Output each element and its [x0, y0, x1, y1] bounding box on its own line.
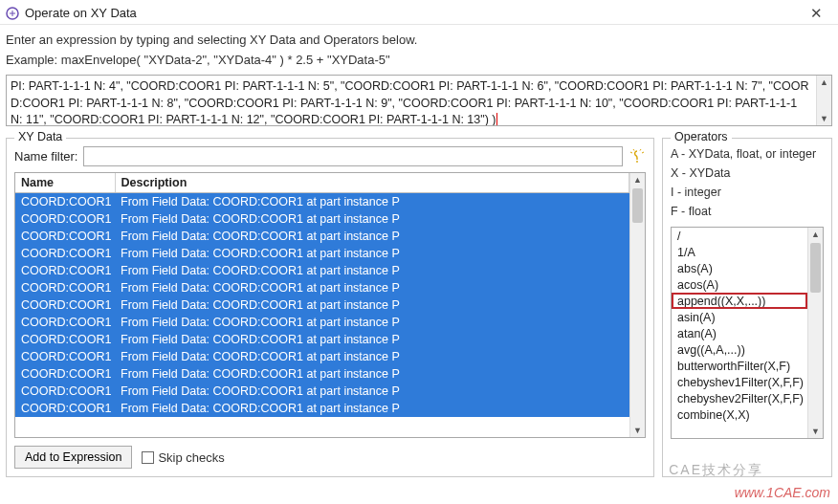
table-row[interactable]: COORD:COOR1From Field Data: COORD:COOR1 … — [15, 400, 629, 417]
table-row[interactable]: COORD:COOR1From Field Data: COORD:COOR1 … — [15, 314, 629, 331]
svg-point-1 — [636, 161, 638, 163]
op-key-i: I - integer — [671, 183, 824, 202]
cell-description: From Field Data: COORD:COOR1 at part ins… — [115, 314, 629, 331]
expression-box[interactable]: PI: PART-1-1-1 N: 4", "COORD:COOR1 PI: P… — [6, 75, 832, 126]
table-row[interactable]: COORD:COOR1From Field Data: COORD:COOR1 … — [15, 348, 629, 365]
cell-name: COORD:COOR1 — [15, 348, 115, 365]
cell-description: From Field Data: COORD:COOR1 at part ins… — [115, 365, 629, 383]
xydata-table-wrap: Name Description COORD:COOR1From Field D… — [14, 172, 646, 438]
watermark-url: www.1CAE.com — [735, 485, 830, 500]
cell-description: From Field Data: COORD:COOR1 at part ins… — [115, 383, 629, 400]
operator-item[interactable]: 1/A — [672, 244, 807, 260]
operator-item[interactable]: / — [672, 228, 807, 244]
cell-name: COORD:COOR1 — [15, 210, 115, 228]
expression-scrollbar[interactable]: ▲ ▼ — [816, 76, 831, 125]
cell-name: COORD:COOR1 — [15, 245, 115, 262]
skip-checks-label: Skip checks — [158, 450, 224, 465]
scroll-up-icon[interactable]: ▲ — [633, 173, 642, 186]
table-row[interactable]: COORD:COOR1From Field Data: COORD:COOR1 … — [15, 279, 629, 296]
table-row[interactable]: COORD:COOR1From Field Data: COORD:COOR1 … — [15, 296, 629, 314]
xydata-table: Name Description COORD:COOR1From Field D… — [15, 173, 629, 417]
cell-description: From Field Data: COORD:COOR1 at part ins… — [115, 400, 629, 417]
table-row[interactable]: COORD:COOR1From Field Data: COORD:COOR1 … — [15, 245, 629, 262]
operator-item[interactable]: avg((A,A,...)) — [672, 341, 807, 358]
add-to-expression-button[interactable]: Add to Expression — [14, 446, 132, 469]
operator-item[interactable]: chebyshev2Filter(X,F,F) — [672, 390, 807, 406]
cell-description: From Field Data: COORD:COOR1 at part ins… — [115, 348, 629, 365]
expression-text[interactable]: PI: PART-1-1-1 N: 4", "COORD:COOR1 PI: P… — [7, 76, 816, 125]
operator-item[interactable]: combine(X,X) — [672, 406, 807, 423]
operator-item[interactable]: atan(A) — [672, 325, 807, 341]
example-text: Example: maxEnvelope( "XYData-2", "XYDat… — [0, 47, 838, 75]
intro-text: Enter an expression by typing and select… — [0, 25, 838, 47]
name-filter-label: Name filter: — [14, 149, 77, 164]
skip-checks-row[interactable]: Skip checks — [142, 450, 224, 465]
xydata-group: XY Data Name filter: Name Description CO… — [6, 138, 654, 477]
scroll-track[interactable] — [808, 241, 823, 425]
cell-description: From Field Data: COORD:COOR1 at part ins… — [115, 245, 629, 262]
cell-name: COORD:COOR1 — [15, 365, 115, 383]
skip-checks-checkbox[interactable] — [142, 451, 154, 464]
cell-name: COORD:COOR1 — [15, 383, 115, 400]
titlebar: Operate on XY Data ✕ — [0, 0, 838, 25]
operator-item[interactable]: asin(A) — [672, 309, 807, 325]
scroll-down-icon[interactable]: ▼ — [820, 112, 828, 125]
cell-name: COORD:COOR1 — [15, 279, 115, 296]
table-row[interactable]: COORD:COOR1From Field Data: COORD:COOR1 … — [15, 365, 629, 383]
close-button[interactable]: ✕ — [803, 3, 830, 24]
operator-scrollbar[interactable]: ▲ ▼ — [807, 228, 823, 438]
table-row[interactable]: COORD:COOR1From Field Data: COORD:COOR1 … — [15, 210, 629, 228]
table-row[interactable]: COORD:COOR1From Field Data: COORD:COOR1 … — [15, 228, 629, 245]
col-description[interactable]: Description — [115, 173, 629, 193]
scroll-thumb[interactable] — [810, 243, 821, 293]
scroll-track[interactable] — [630, 186, 645, 424]
cell-name: COORD:COOR1 — [15, 331, 115, 348]
expression-content: PI: PART-1-1-1 N: 4", "COORD:COOR1 PI: P… — [11, 79, 809, 125]
scroll-down-icon[interactable]: ▼ — [811, 425, 820, 438]
scroll-thumb[interactable] — [632, 188, 643, 223]
op-key-x: X - XYData — [671, 164, 824, 183]
cell-name: COORD:COOR1 — [15, 400, 115, 417]
operator-item[interactable]: acos(A) — [672, 276, 807, 293]
cell-name: COORD:COOR1 — [15, 262, 115, 279]
cell-description: From Field Data: COORD:COOR1 at part ins… — [115, 210, 629, 228]
app-icon — [6, 7, 19, 20]
cell-name: COORD:COOR1 — [15, 193, 115, 211]
cell-name: COORD:COOR1 — [15, 314, 115, 331]
xydata-bottom-row: Add to Expression Skip checks — [14, 446, 646, 469]
filter-row: Name filter: — [14, 146, 646, 166]
operator-item[interactable]: append((X,X,...)) — [672, 293, 807, 309]
operators-group: Operators A - XYData, float, or integer … — [662, 138, 832, 477]
operator-list-wrap: /1/Aabs(A)acos(A)append((X,X,...))asin(A… — [671, 227, 824, 439]
operator-item[interactable]: chebyshev1Filter(X,F,F) — [672, 374, 807, 390]
operators-key: A - XYData, float, or integer X - XYData… — [671, 144, 824, 221]
op-key-a: A - XYData, float, or integer — [671, 144, 824, 164]
scroll-up-icon[interactable]: ▲ — [811, 228, 820, 241]
cell-description: From Field Data: COORD:COOR1 at part ins… — [115, 279, 629, 296]
operators-legend: Operators — [671, 130, 732, 143]
cell-description: From Field Data: COORD:COOR1 at part ins… — [115, 228, 629, 245]
table-scrollbar[interactable]: ▲ ▼ — [629, 173, 645, 437]
cell-description: From Field Data: COORD:COOR1 at part ins… — [115, 296, 629, 314]
name-filter-input[interactable] — [83, 146, 623, 166]
cell-description: From Field Data: COORD:COOR1 at part ins… — [115, 193, 629, 211]
cell-description: From Field Data: COORD:COOR1 at part ins… — [115, 331, 629, 348]
operator-list: /1/Aabs(A)acos(A)append((X,X,...))asin(A… — [672, 228, 807, 438]
window-title: Operate on XY Data — [25, 6, 137, 20]
cell-name: COORD:COOR1 — [15, 228, 115, 245]
xydata-legend: XY Data — [14, 130, 66, 143]
scroll-up-icon[interactable]: ▲ — [820, 76, 828, 89]
operator-item[interactable]: abs(A) — [672, 260, 807, 276]
col-name[interactable]: Name — [15, 173, 115, 193]
table-row[interactable]: COORD:COOR1From Field Data: COORD:COOR1 … — [15, 193, 629, 211]
tip-icon[interactable] — [628, 148, 646, 165]
table-row[interactable]: COORD:COOR1From Field Data: COORD:COOR1 … — [15, 262, 629, 279]
cell-description: From Field Data: COORD:COOR1 at part ins… — [115, 262, 629, 279]
scroll-down-icon[interactable]: ▼ — [633, 424, 642, 437]
table-row[interactable]: COORD:COOR1From Field Data: COORD:COOR1 … — [15, 331, 629, 348]
operator-item[interactable]: butterworthFilter(X,F) — [672, 358, 807, 374]
cell-name: COORD:COOR1 — [15, 296, 115, 314]
xydata-table-inner: Name Description COORD:COOR1From Field D… — [15, 173, 629, 437]
op-key-f: F - float — [671, 202, 824, 221]
table-row[interactable]: COORD:COOR1From Field Data: COORD:COOR1 … — [15, 383, 629, 400]
